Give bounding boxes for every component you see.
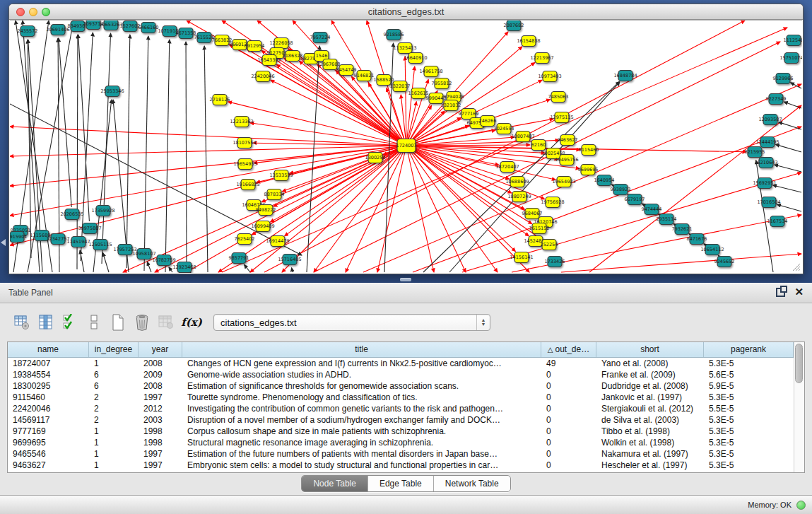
table-row[interactable]: 911546021997Tourette syndrome. Phenomeno… — [8, 392, 794, 403]
graph-node[interactable]: 16154838 — [517, 36, 540, 47]
close-panel-icon[interactable]: ✕ — [794, 286, 804, 298]
graph-node[interactable]: 3024554 — [494, 124, 514, 134]
graph-node[interactable]: 6679197 — [625, 194, 645, 205]
panel-splitter-handle[interactable] — [400, 278, 411, 281]
scrollbar-thumb[interactable] — [795, 344, 803, 383]
graph-node[interactable]: 16099489 — [251, 221, 274, 232]
graph-node[interactable]: 62160 — [531, 140, 546, 151]
column-header-year[interactable]: year — [139, 342, 182, 357]
graph-node[interactable]: 8471676 — [687, 234, 707, 245]
graph-node[interactable]: 16848784 — [613, 71, 637, 81]
graph-node[interactable]: 9463627 — [558, 135, 578, 146]
graph-node[interactable]: 19654923 — [552, 177, 575, 187]
graph-node[interactable]: 25053346 — [100, 86, 124, 97]
graph-node[interactable]: 19756928 — [541, 197, 564, 208]
table-vertical-scrollbar[interactable] — [794, 342, 804, 472]
graph-node[interactable]: 9245652 — [714, 257, 735, 267]
graph-node[interactable]: 19166825 — [236, 180, 259, 190]
graph-node[interactable]: 12226058 — [269, 38, 293, 49]
graph-node[interactable]: 9146821 — [354, 71, 375, 81]
network-window-titlebar[interactable]: citations_edges.txt — [9, 4, 803, 20]
table-select-dropdown[interactable]: citations_edges.txt ▲▼ — [213, 314, 490, 331]
graph-node[interactable]: 2435572 — [18, 26, 38, 37]
table-row[interactable]: 1872400712008Changes of HCN gene express… — [8, 358, 794, 369]
graph-node[interactable]: 14961758 — [419, 66, 442, 77]
graph-node[interactable]: 15751074 — [779, 53, 802, 64]
graph-node[interactable]: 1300254 — [365, 153, 386, 163]
float-panel-icon[interactable] — [776, 288, 785, 297]
graph-node[interactable]: 12213363 — [230, 117, 253, 127]
select-all-button[interactable] — [61, 313, 79, 332]
graph-node[interactable]: 6466160 — [139, 23, 159, 33]
graph-node[interactable]: 14156141 — [510, 252, 533, 263]
network-canvas[interactable]: 2435572206914068349301209371410653267152… — [10, 20, 802, 273]
graph-node[interactable]: 7625402 — [235, 234, 255, 245]
graph-node[interactable]: 9474444 — [642, 204, 662, 215]
table-row[interactable]: 1938455462009Genome-wide association stu… — [8, 369, 794, 380]
graph-node[interactable]: 9938923 — [611, 185, 631, 195]
graph-node[interactable]: 16210643 — [754, 158, 777, 168]
graph-node[interactable]: 7932621 — [672, 224, 693, 235]
graph-node[interactable]: 20206535 — [60, 209, 83, 220]
graph-node[interactable]: 18107554 — [233, 138, 256, 148]
graph-node[interactable]: 8912954 — [245, 41, 265, 52]
graph-node[interactable]: 1527602 — [120, 21, 141, 32]
function-builder-button[interactable]: f(x) — [182, 313, 201, 332]
graph-node[interactable]: 9218586 — [384, 30, 404, 40]
delete-rows-trash-button[interactable] — [133, 313, 151, 332]
graph-node[interactable]: 11451947 — [66, 237, 90, 247]
graph-node[interactable]: 1615152 — [529, 223, 550, 234]
graph-node[interactable]: 2935114 — [657, 214, 677, 225]
graph-node[interactable]: 1112540 — [784, 35, 802, 46]
table-row[interactable]: 946554611997Estimation of the future num… — [8, 448, 794, 460]
table-row[interactable]: 977716911998Corpus callosum shape and si… — [8, 426, 794, 437]
collapse-panel-arrow-icon[interactable] — [1, 239, 6, 246]
graph-node[interactable]: 9498222 — [256, 205, 276, 216]
delete-table-button[interactable] — [157, 313, 175, 332]
graph-node[interactable]: 2718126 — [210, 95, 230, 105]
tab-network-table[interactable]: Network Table — [434, 476, 510, 491]
graph-node[interactable]: 1733426 — [545, 257, 565, 267]
graph-node[interactable]: 4671358 — [176, 28, 196, 39]
graph-node[interactable]: 8215955 — [745, 147, 765, 158]
graph-node[interactable]: 252254 — [541, 240, 558, 250]
graph-node[interactable]: 7955812 — [432, 78, 452, 89]
graph-node[interactable]: 1322037 — [390, 81, 411, 92]
graph-node[interactable]: 12923468 — [172, 262, 196, 273]
graph-node[interactable]: 9699695 — [578, 165, 599, 175]
clear-selection-button[interactable] — [85, 313, 103, 332]
graph-node[interactable]: 1167534 — [767, 216, 788, 227]
graph-node[interactable]: 12505115 — [88, 240, 112, 250]
graph-node[interactable]: 11325413 — [393, 43, 416, 54]
table-row[interactable]: 1830029562008Estimation of significance … — [8, 380, 794, 392]
graph-node[interactable]: 20691406 — [46, 25, 69, 35]
graph-node[interactable]: 1640954 — [594, 175, 615, 186]
graph-node[interactable]: 10654112 — [700, 245, 724, 255]
tab-edge-table[interactable]: Edge Table — [368, 476, 434, 491]
column-settings-button[interactable] — [13, 313, 31, 332]
column-header-name[interactable]: name — [8, 342, 89, 357]
new-table-button[interactable] — [109, 313, 127, 332]
graph-node[interactable]: 2087682 — [504, 21, 524, 31]
graph-node[interactable]: 8878334 — [264, 189, 285, 200]
graph-node[interactable]: 7957224 — [310, 33, 331, 43]
table-row[interactable]: 1456911722003Disruption of a novel membe… — [8, 414, 794, 426]
graph-node[interactable]: 16640910 — [404, 53, 427, 64]
column-header-short[interactable]: short — [596, 342, 704, 357]
graph-node[interactable]: 15692951 — [753, 178, 776, 189]
graph-node[interactable]: 17016504 — [757, 197, 780, 208]
resize-grip-icon[interactable] — [791, 262, 801, 271]
graph-node[interactable]: 746266 — [479, 116, 497, 127]
graph-node[interactable]: 12213967 — [530, 53, 553, 64]
table-row[interactable]: 946362711997Embryonic stem cells: a mode… — [8, 460, 794, 471]
table-row[interactable]: 2242004622012Investigating the contribut… — [8, 403, 794, 414]
column-header-in_degree[interactable]: in_degree — [89, 342, 139, 357]
graph-node[interactable]: 7485063 — [548, 92, 569, 103]
graph-node[interactable]: 1321032 — [441, 100, 461, 111]
graph-node[interactable]: 17359928 — [91, 206, 114, 216]
graph-node[interactable]: 19654935 — [233, 159, 257, 170]
graph-node[interactable]: 8186328 — [283, 51, 303, 62]
tab-node-table[interactable]: Node Table — [302, 476, 368, 491]
select-columns-button[interactable] — [37, 313, 55, 332]
graph-node[interactable]: 9227349 — [766, 94, 787, 105]
